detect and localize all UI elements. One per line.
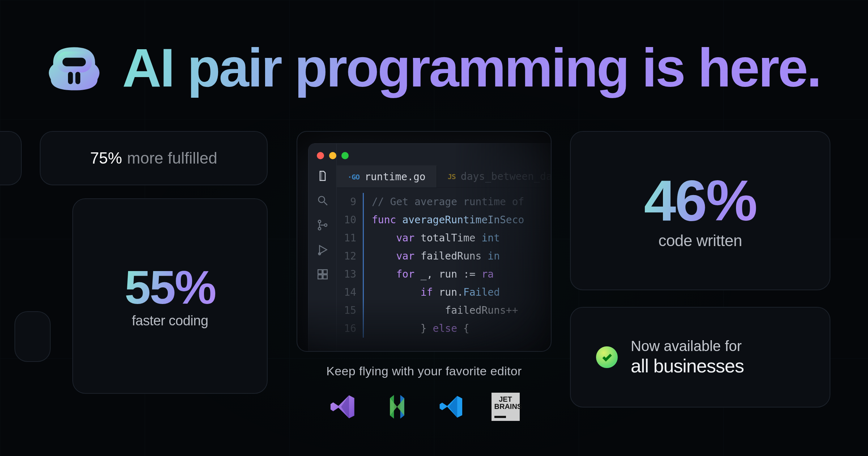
editors-caption: Keep flying with your favorite editor — [297, 364, 552, 378]
jetbrains-icon[interactable]: JET BRAINS — [492, 393, 520, 421]
decorative-card — [14, 311, 51, 362]
tab-runtime-go[interactable]: ·GO runtime.go — [337, 165, 437, 187]
code-editor-preview: ·GO runtime.go JS days_between_da 910111… — [297, 131, 552, 352]
explorer-icon[interactable] — [316, 170, 329, 182]
source-control-icon[interactable] — [316, 219, 329, 231]
svg-point-8 — [324, 224, 327, 226]
availability-line1: Now available for — [631, 338, 744, 354]
svg-point-5 — [318, 197, 324, 203]
neovim-icon[interactable] — [383, 393, 411, 421]
check-icon — [596, 346, 618, 368]
vscode-icon[interactable] — [437, 393, 465, 421]
stat-label: code written — [658, 232, 742, 250]
svg-rect-12 — [318, 275, 322, 279]
stat-label: more fulfilled — [127, 149, 217, 167]
search-icon[interactable] — [316, 194, 329, 207]
stat-card-fulfilled: 75% more fulfilled — [40, 131, 268, 185]
svg-rect-11 — [323, 270, 327, 274]
svg-point-6 — [318, 220, 320, 223]
editor-tabbar: ·GO runtime.go JS days_between_da — [337, 165, 552, 188]
stat-value: 46% — [644, 172, 756, 229]
line-number-gutter: 910111213141516 — [337, 193, 363, 338]
svg-point-4 — [78, 58, 85, 66]
window-traffic-lights — [317, 152, 349, 159]
run-debug-icon[interactable] — [316, 244, 329, 256]
svg-rect-10 — [318, 270, 322, 274]
tab-days-between[interactable]: JS days_between_da — [437, 165, 552, 187]
stat-label: faster coding — [132, 313, 208, 329]
availability-line2: all businesses — [631, 355, 744, 377]
svg-rect-2 — [75, 72, 80, 84]
stat-card-written: 46% code written — [570, 131, 830, 290]
traffic-close-icon — [317, 152, 324, 159]
tab-label: runtime.go — [365, 171, 426, 183]
svg-rect-13 — [323, 275, 327, 279]
code-lines: // Get average runtime offunc averageRun… — [363, 193, 524, 338]
lang-badge: ·GO — [348, 173, 359, 181]
hero-title: AI pair programming is here. — [122, 37, 820, 99]
decorative-card — [0, 131, 22, 185]
tab-label: days_between_da — [461, 170, 552, 182]
visual-studio-icon[interactable] — [329, 393, 357, 421]
svg-rect-1 — [68, 72, 73, 84]
stat-value: 55% — [124, 264, 215, 311]
jetbrains-label: JET BRAINS — [492, 393, 520, 421]
stat-card-faster: 55% faster coding — [72, 198, 268, 394]
availability-card: Now available for all businesses — [570, 307, 830, 408]
lang-badge: JS — [448, 172, 456, 181]
traffic-zoom-icon — [341, 152, 349, 159]
traffic-minimize-icon — [329, 152, 336, 159]
activity-bar — [309, 144, 337, 352]
svg-point-7 — [318, 227, 320, 230]
copilot-logo-icon — [43, 36, 105, 99]
svg-point-3 — [63, 58, 70, 66]
stat-value: 75% — [90, 149, 122, 167]
extensions-icon[interactable] — [316, 268, 329, 280]
